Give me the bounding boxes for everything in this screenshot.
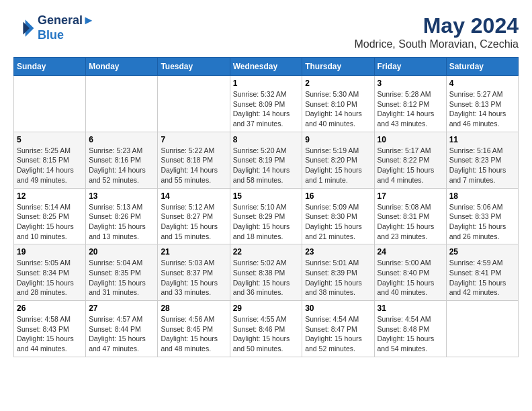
calendar-cell: 4Sunrise: 5:27 AM Sunset: 8:13 PM Daylig… [446,76,518,132]
weekday-header-tuesday: Tuesday [158,58,230,76]
day-info: Sunrise: 5:16 AM Sunset: 8:23 PM Dayligh… [449,146,515,185]
calendar-cell: 6Sunrise: 5:23 AM Sunset: 8:16 PM Daylig… [86,132,158,188]
calendar-cell: 27Sunrise: 4:57 AM Sunset: 8:44 PM Dayli… [86,301,158,357]
day-info: Sunrise: 4:57 AM Sunset: 8:44 PM Dayligh… [89,314,154,354]
calendar-cell: 22Sunrise: 5:02 AM Sunset: 8:38 PM Dayli… [230,244,302,301]
day-info: Sunrise: 5:13 AM Sunset: 8:26 PM Dayligh… [89,202,154,242]
day-info: Sunrise: 4:54 AM Sunset: 8:48 PM Dayligh… [378,314,443,354]
day-number: 22 [233,247,300,257]
day-info: Sunrise: 4:59 AM Sunset: 8:41 PM Dayligh… [449,258,515,298]
calendar-cell: 3Sunrise: 5:28 AM Sunset: 8:12 PM Daylig… [374,76,446,132]
day-number: 24 [378,247,443,257]
calendar-table: SundayMondayTuesdayWednesdayThursdayFrid… [13,57,519,357]
day-info: Sunrise: 4:56 AM Sunset: 8:45 PM Dayligh… [161,314,226,354]
day-info: Sunrise: 5:32 AM Sunset: 8:09 PM Dayligh… [233,89,300,129]
day-info: Sunrise: 5:05 AM Sunset: 8:34 PM Dayligh… [17,258,83,298]
calendar-cell: 17Sunrise: 5:08 AM Sunset: 8:31 PM Dayli… [374,188,446,244]
day-number: 18 [449,191,515,201]
day-number: 11 [449,135,515,144]
logo: General► Blue [13,13,95,42]
day-info: Sunrise: 5:23 AM Sunset: 8:16 PM Dayligh… [89,146,154,185]
day-number: 31 [378,304,443,313]
day-number: 25 [449,247,515,257]
week-row-4: 19Sunrise: 5:05 AM Sunset: 8:34 PM Dayli… [14,244,519,301]
calendar-cell: 29Sunrise: 4:55 AM Sunset: 8:46 PM Dayli… [230,301,302,357]
calendar-cell: 24Sunrise: 5:00 AM Sunset: 8:40 PM Dayli… [374,244,446,301]
day-number: 12 [17,191,83,201]
day-number: 10 [378,135,443,144]
logo-text: General► Blue [38,13,95,42]
day-number: 17 [378,191,443,201]
calendar-cell: 16Sunrise: 5:09 AM Sunset: 8:30 PM Dayli… [302,188,374,244]
day-number: 27 [89,304,154,313]
day-info: Sunrise: 5:25 AM Sunset: 8:15 PM Dayligh… [17,146,83,185]
calendar-cell: 2Sunrise: 5:30 AM Sunset: 8:10 PM Daylig… [302,76,374,132]
day-number: 4 [449,79,515,88]
title-block: May 2024 Modrice, South Moravian, Czechi… [354,13,519,50]
day-info: Sunrise: 5:22 AM Sunset: 8:18 PM Dayligh… [161,146,226,185]
day-info: Sunrise: 4:54 AM Sunset: 8:47 PM Dayligh… [305,314,371,354]
day-number: 21 [161,247,226,257]
calendar-cell [14,76,86,132]
week-row-1: 1Sunrise: 5:32 AM Sunset: 8:09 PM Daylig… [14,76,519,132]
week-row-2: 5Sunrise: 5:25 AM Sunset: 8:15 PM Daylig… [14,132,519,188]
day-number: 16 [305,191,371,201]
calendar-cell: 31Sunrise: 4:54 AM Sunset: 8:48 PM Dayli… [374,301,446,357]
day-info: Sunrise: 5:30 AM Sunset: 8:10 PM Dayligh… [305,89,371,129]
day-number: 28 [161,304,226,313]
page-header: General► Blue May 2024 Modrice, South Mo… [13,13,519,50]
day-number: 15 [233,191,300,201]
calendar-cell: 7Sunrise: 5:22 AM Sunset: 8:18 PM Daylig… [158,132,230,188]
day-info: Sunrise: 5:10 AM Sunset: 8:29 PM Dayligh… [233,202,300,242]
day-number: 6 [89,135,154,144]
day-info: Sunrise: 5:03 AM Sunset: 8:37 PM Dayligh… [161,258,226,298]
calendar-cell: 14Sunrise: 5:12 AM Sunset: 8:27 PM Dayli… [158,188,230,244]
day-info: Sunrise: 5:17 AM Sunset: 8:22 PM Dayligh… [378,146,443,185]
calendar-cell: 8Sunrise: 5:20 AM Sunset: 8:19 PM Daylig… [230,132,302,188]
location: Modrice, South Moravian, Czechia [354,38,519,50]
weekday-header-friday: Friday [374,58,446,76]
day-info: Sunrise: 5:08 AM Sunset: 8:31 PM Dayligh… [378,202,443,242]
weekday-header-monday: Monday [86,58,158,76]
day-info: Sunrise: 5:00 AM Sunset: 8:40 PM Dayligh… [378,258,443,298]
calendar-cell [86,76,158,132]
calendar-cell: 9Sunrise: 5:19 AM Sunset: 8:20 PM Daylig… [302,132,374,188]
day-number: 3 [378,79,443,88]
day-number: 14 [161,191,226,201]
calendar-cell [446,301,518,357]
weekday-header-thursday: Thursday [302,58,374,76]
week-row-3: 12Sunrise: 5:14 AM Sunset: 8:25 PM Dayli… [14,188,519,244]
day-number: 23 [305,247,371,257]
day-number: 26 [17,304,83,313]
day-info: Sunrise: 5:04 AM Sunset: 8:35 PM Dayligh… [89,258,154,298]
day-info: Sunrise: 5:09 AM Sunset: 8:30 PM Dayligh… [305,202,371,242]
calendar-cell: 23Sunrise: 5:01 AM Sunset: 8:39 PM Dayli… [302,244,374,301]
day-number: 8 [233,135,300,144]
day-info: Sunrise: 5:14 AM Sunset: 8:25 PM Dayligh… [17,202,83,242]
day-number: 20 [89,247,154,257]
day-number: 13 [89,191,154,201]
calendar-cell [158,76,230,132]
calendar-cell: 28Sunrise: 4:56 AM Sunset: 8:45 PM Dayli… [158,301,230,357]
calendar-cell: 20Sunrise: 5:04 AM Sunset: 8:35 PM Dayli… [86,244,158,301]
day-number: 7 [161,135,226,144]
day-number: 19 [17,247,83,257]
day-info: Sunrise: 5:19 AM Sunset: 8:20 PM Dayligh… [305,146,371,185]
day-info: Sunrise: 5:12 AM Sunset: 8:27 PM Dayligh… [161,202,226,242]
day-info: Sunrise: 4:55 AM Sunset: 8:46 PM Dayligh… [233,314,300,354]
calendar-cell: 15Sunrise: 5:10 AM Sunset: 8:29 PM Dayli… [230,188,302,244]
day-info: Sunrise: 5:01 AM Sunset: 8:39 PM Dayligh… [305,258,371,298]
calendar-cell: 26Sunrise: 4:58 AM Sunset: 8:43 PM Dayli… [14,301,86,357]
weekday-header-wednesday: Wednesday [230,58,302,76]
weekday-header-saturday: Saturday [446,58,518,76]
calendar-cell: 18Sunrise: 5:06 AM Sunset: 8:33 PM Dayli… [446,188,518,244]
day-info: Sunrise: 5:20 AM Sunset: 8:19 PM Dayligh… [233,146,300,185]
day-info: Sunrise: 5:02 AM Sunset: 8:38 PM Dayligh… [233,258,300,298]
month-title: May 2024 [354,13,519,38]
day-number: 29 [233,304,300,313]
calendar-cell: 10Sunrise: 5:17 AM Sunset: 8:22 PM Dayli… [374,132,446,188]
weekday-header-sunday: Sunday [14,58,86,76]
day-info: Sunrise: 5:27 AM Sunset: 8:13 PM Dayligh… [449,89,515,129]
calendar-cell: 19Sunrise: 5:05 AM Sunset: 8:34 PM Dayli… [14,244,86,301]
calendar-cell: 30Sunrise: 4:54 AM Sunset: 8:47 PM Dayli… [302,301,374,357]
